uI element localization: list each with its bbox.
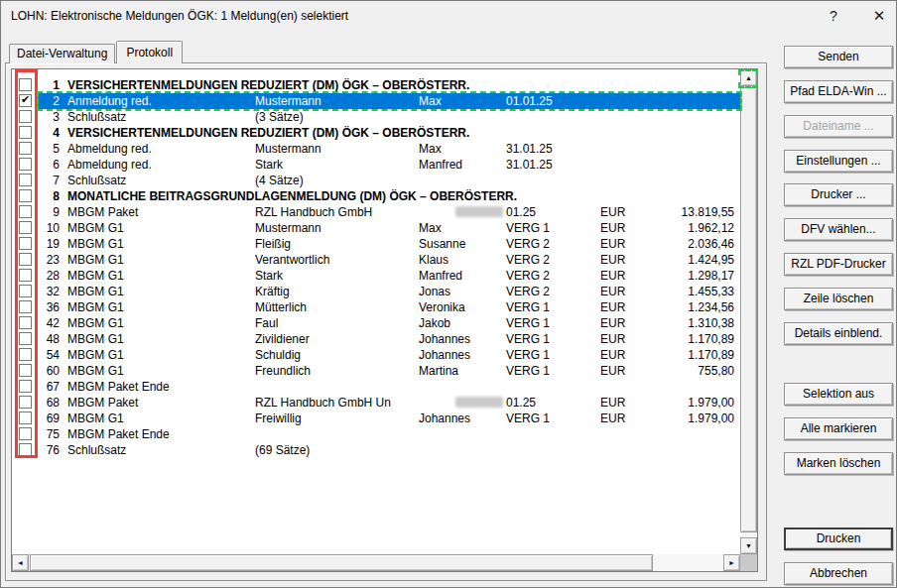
help-icon[interactable]: ? (817, 1, 850, 31)
row-cell: VERG 1 (506, 331, 600, 347)
row-checkbox[interactable] (19, 174, 32, 186)
row-checkbox[interactable] (19, 221, 32, 234)
list-row[interactable]: 28MBGM G1StarkManfredVERG 2EUR1.298,17 (38, 268, 740, 284)
row-checkbox[interactable] (19, 110, 32, 123)
scroll-up-icon[interactable]: ▲ (740, 69, 757, 86)
redacted-text (455, 397, 503, 408)
list-row[interactable]: 5Abmeldung red.MustermannMax31.01.25 (38, 141, 740, 157)
row-number: 68 (38, 395, 60, 411)
row-checkbox[interactable]: ✔ (19, 94, 32, 107)
row-checkbox[interactable] (19, 348, 32, 361)
horizontal-scrollbar[interactable]: ◄ ► (12, 554, 740, 571)
row-cell (600, 93, 635, 109)
row-number: 8 (38, 188, 60, 204)
row-cell: Stark (255, 157, 414, 173)
list-row[interactable]: 75MBGM Paket Ende (38, 426, 740, 442)
list-row[interactable]: 23MBGM G1VerantwortlichKlausVERG 2EUR1.4… (38, 252, 740, 268)
row-cell (255, 379, 414, 395)
row-checkbox[interactable] (19, 253, 32, 266)
list-row[interactable]: 19MBGM G1FleißigSusanneVERG 2EUR2.036,46 (38, 236, 740, 252)
drucker-button[interactable]: Drucker ... (784, 183, 893, 206)
row-cell: Klaus (419, 252, 503, 268)
row-checkbox[interactable] (19, 158, 32, 171)
tab-datei-verwaltung[interactable]: Datei-Verwaltung (9, 44, 115, 63)
row-checkbox[interactable] (19, 126, 32, 139)
row-checkbox[interactable] (19, 316, 32, 329)
row-checkbox[interactable] (19, 300, 32, 313)
row-checkbox[interactable] (19, 364, 32, 377)
tab-protokoll[interactable]: Protokoll (116, 41, 183, 63)
scroll-down-icon[interactable]: ▼ (740, 537, 757, 554)
row-checkbox[interactable] (19, 380, 32, 393)
selected-list-row[interactable]: 2Anmeldung red.MustermannMax01.01.25 (38, 93, 740, 109)
row-cell: EUR (600, 268, 635, 284)
row-cell (600, 141, 635, 157)
list-row[interactable]: 68MBGM PaketRZL Handbuch GmbH Un01.25EUR… (38, 395, 740, 411)
list-row[interactable]: 76Schlußsatz(69 Sätze) (38, 442, 740, 458)
row-number: 60 (38, 363, 60, 379)
dfv-wählen-button[interactable]: DFV wählen... (784, 218, 893, 241)
drucken-button[interactable]: Drucken (784, 528, 893, 550)
list-row[interactable]: 54MBGM G1SchuldigJohannesVERG 1EUR1.170,… (38, 347, 740, 363)
row-cell: (69 Sätze) (255, 442, 414, 458)
row-checkbox[interactable] (19, 189, 32, 202)
list-row[interactable]: 67MBGM Paket Ende (38, 379, 740, 395)
row-checkbox[interactable] (19, 237, 32, 250)
list-row[interactable]: 60MBGM G1FreundlichMartinaVERG 1EUR755,8… (38, 363, 740, 379)
row-checkbox[interactable] (19, 142, 32, 155)
list-row[interactable]: 9MBGM PaketRZL Handbuch GmbH01.25EUR13.8… (38, 204, 740, 220)
horizontal-scroll-thumb[interactable] (30, 554, 653, 571)
row-checkbox[interactable] (19, 205, 32, 218)
pfad-elda-win-button[interactable]: Pfad ELDA-Win ... (784, 80, 893, 103)
einstellungen-button[interactable]: Einstellungen ... (784, 150, 893, 173)
vertical-scroll-thumb[interactable] (740, 87, 757, 532)
list-row[interactable]: 69MBGM G1FreiwilligJohannesVERG 1EUR1.97… (38, 411, 740, 426)
marken-löschen-button[interactable]: Marken löschen (784, 452, 893, 475)
list-row[interactable]: 7Schlußsatz(4 Sätze) (38, 173, 740, 188)
list-row[interactable]: 6Abmeldung red.StarkManfred31.01.25 (38, 157, 740, 173)
abbrechen-button[interactable]: Abbrechen (784, 562, 893, 585)
row-checkbox[interactable] (19, 396, 32, 409)
row-checkbox[interactable] (19, 285, 32, 297)
row-cell: RZL Handbuch GmbH Un (255, 395, 414, 411)
list-row[interactable]: 48MBGM G1ZivildienerJohannesVERG 1EUR1.1… (38, 331, 740, 347)
row-cell: Manfred (419, 268, 503, 284)
row-cell: Stark (255, 268, 414, 284)
row-checkbox[interactable] (19, 332, 32, 345)
list-row[interactable]: 32MBGM G1KräftigJonasVERG 2EUR1.455,33 (38, 284, 740, 299)
group-header-text: VERSICHERTENMELDUNGEN REDUZIERT (DM) ÖGK… (67, 77, 469, 93)
row-cell: VERG 2 (506, 236, 600, 252)
list-row[interactable]: 10MBGM G1MustermannMaxVERG 1EUR1.962,12 (38, 220, 740, 236)
close-icon[interactable]: ✕ (862, 1, 896, 31)
vertical-scrollbar[interactable]: ▲ ▼ (740, 69, 757, 554)
row-cell: Johannes (419, 347, 503, 363)
zeile-löschen-button[interactable]: Zeile löschen (784, 288, 893, 310)
row-number: 3 (38, 109, 60, 125)
details-einblend-button[interactable]: Details einblend. (784, 322, 893, 345)
tab-strip: Datei-Verwaltung Protokoll (9, 41, 184, 63)
row-number: 36 (38, 299, 60, 315)
row-checkbox[interactable] (19, 412, 32, 424)
list-row[interactable]: 36MBGM G1MütterlichVeronikaVERG 1EUR1.23… (38, 299, 740, 315)
list-row[interactable]: 3Schlußsatz(3 Sätze) (38, 109, 740, 125)
senden-button[interactable]: Senden (784, 46, 893, 68)
list-row[interactable]: 42MBGM G1FaulJakobVERG 1EUR1.310,38 (38, 315, 740, 331)
scroll-right-icon[interactable]: ► (723, 554, 740, 571)
row-checkbox[interactable] (19, 443, 32, 456)
list-row[interactable]: 4VERSICHERTENMELDUNGEN REDUZIERT (DM) ÖG… (38, 125, 740, 141)
row-number: 9 (38, 204, 60, 220)
scroll-left-icon[interactable]: ◄ (12, 554, 29, 571)
row-cell: MBGM Paket (67, 395, 247, 411)
protocol-list: 1VERSICHERTENMELDUNGEN REDUZIERT (DM) ÖG… (11, 68, 758, 572)
row-checkbox[interactable] (19, 78, 32, 91)
row-cell: MBGM G1 (67, 236, 247, 252)
row-checkbox[interactable] (19, 269, 32, 282)
list-row[interactable]: 8MONATLICHE BEITRAGSGRUNDLAGENMELDUNG (D… (38, 188, 740, 204)
list-row[interactable]: 1VERSICHERTENMELDUNGEN REDUZIERT (DM) ÖG… (38, 77, 740, 93)
row-cell: Schuldig (255, 347, 414, 363)
row-checkbox[interactable] (19, 427, 32, 440)
alle-markieren-button[interactable]: Alle markieren (784, 417, 893, 440)
selektion-aus-button[interactable]: Selektion aus (784, 383, 893, 406)
rzl-pdf-drucker-button[interactable]: RZL PDF-Drucker (784, 253, 893, 276)
row-number: 76 (38, 442, 60, 458)
